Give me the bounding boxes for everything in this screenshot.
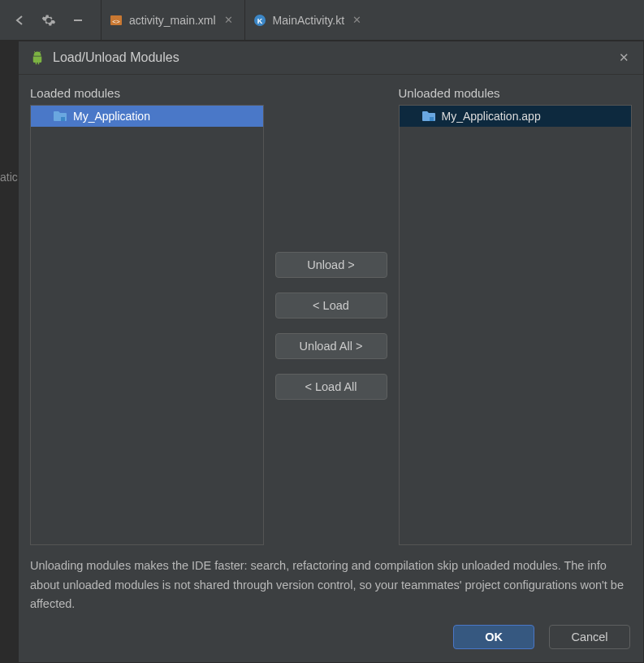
xml-file-icon: <> <box>110 14 123 27</box>
list-item[interactable]: My_Application.app <box>400 106 632 127</box>
dialog-body: Loaded modules My_Application Unload > <… <box>19 75 643 662</box>
unloaded-modules-list[interactable]: My_Application.app <box>399 105 633 545</box>
svg-rect-5 <box>61 117 65 121</box>
dialog-titlebar: Load/Unload Modules ✕ <box>19 41 643 75</box>
load-unload-modules-dialog: Load/Unload Modules ✕ Loaded modules My_… <box>18 41 644 663</box>
svg-text:K: K <box>257 17 262 25</box>
dialog-footer: OK Cancel <box>30 625 632 649</box>
svg-rect-6 <box>430 117 434 121</box>
list-item[interactable]: My_Application <box>31 106 263 127</box>
loaded-column: Loaded modules My_Application <box>30 86 264 545</box>
cancel-button[interactable]: Cancel <box>549 625 630 649</box>
loaded-modules-list[interactable]: My_Application <box>30 105 264 545</box>
tab-activity-main[interactable]: <> activity_main.xml ✕ <box>101 0 244 40</box>
minimize-icon[interactable] <box>68 11 88 30</box>
editor-tabs: <> activity_main.xml ✕ K MainActivity.kt… <box>101 0 373 40</box>
close-icon[interactable]: ✕ <box>616 50 632 65</box>
transfer-buttons: Unload > < Load Unload All > < Load All <box>275 86 387 545</box>
kotlin-file-icon: K <box>253 14 266 27</box>
close-icon[interactable]: ✕ <box>224 14 233 26</box>
list-item-label: My_Application.app <box>442 110 541 123</box>
unload-all-button[interactable]: Unload All > <box>275 333 387 359</box>
unload-button[interactable]: Unload > <box>275 252 387 278</box>
load-button[interactable]: < Load <box>275 292 387 318</box>
svg-rect-0 <box>74 20 82 21</box>
load-all-button[interactable]: < Load All <box>275 374 387 400</box>
tab-label: activity_main.xml <box>129 14 216 27</box>
close-icon[interactable]: ✕ <box>352 14 361 26</box>
loaded-modules-label: Loaded modules <box>30 86 264 100</box>
dialog-info-text: Unloading modules makes the IDE faster: … <box>30 557 632 613</box>
module-folder-icon <box>54 110 67 122</box>
sidebar-fragment: atic <box>0 171 18 184</box>
module-folder-icon <box>422 110 435 122</box>
list-item-label: My_Application <box>73 110 150 123</box>
unloaded-modules-label: Unloaded modules <box>399 86 633 100</box>
tab-label: MainActivity.kt <box>273 14 344 27</box>
top-toolbar: <> activity_main.xml ✕ K MainActivity.kt… <box>0 0 644 41</box>
unloaded-column: Unloaded modules My_Application.app <box>399 86 633 545</box>
svg-text:<>: <> <box>112 18 120 25</box>
tab-main-activity[interactable]: K MainActivity.kt ✕ <box>244 0 373 40</box>
ok-button[interactable]: OK <box>453 625 534 649</box>
dialog-title: Load/Unload Modules <box>53 50 179 65</box>
gear-icon[interactable] <box>39 11 58 30</box>
android-icon <box>30 50 45 65</box>
back-icon[interactable] <box>10 11 29 30</box>
